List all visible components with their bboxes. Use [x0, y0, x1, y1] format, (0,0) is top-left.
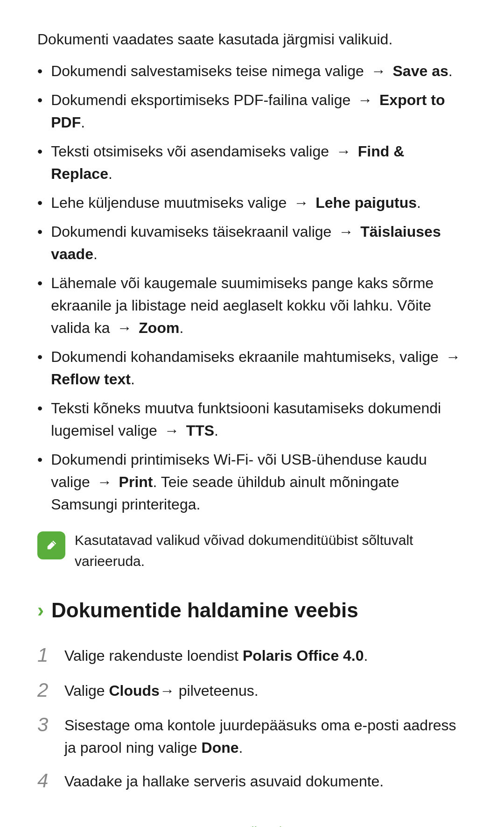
list-item: Teksti kõneks muutva funktsiooni kasutam…	[37, 397, 467, 442]
bullet-fullscreen-before: Dokumendi kuvamiseks täisekraanil valige	[51, 223, 331, 240]
bullet-tts-before: Teksti kõneks muutva funktsiooni kasutam…	[51, 400, 441, 439]
bullet-tts-content: Teksti kõneks muutva funktsiooni kasutam…	[51, 397, 467, 442]
list-item: Dokumendi printimiseks Wi-Fi- või USB-üh…	[37, 448, 467, 516]
bullet-print-bold: Print	[119, 474, 153, 490]
bullet-reflow-bold: Reflow text	[51, 371, 131, 388]
bullet-layout-before: Lehe küljenduse muutmiseks valige	[51, 194, 287, 211]
list-item: Dokumendi eksportimiseks PDF-failina val…	[37, 89, 467, 134]
bullet-tts-bold: TTS	[186, 422, 214, 439]
footer: Tööriistad 127	[37, 822, 467, 827]
bullet-zoom-content: Lähemale või kaugemale suumimiseks pange…	[51, 272, 467, 339]
bullet-layout-bold: Lehe paigutus	[315, 194, 417, 211]
step-1-after: .	[364, 647, 368, 664]
bullet-zoom-after: .	[179, 319, 183, 336]
bullet-export-after: .	[81, 114, 85, 131]
bullet-save-bold: Save as	[393, 63, 448, 79]
bullet-find-after: .	[108, 165, 112, 182]
step-1-content: Valige rakenduste loendist Polaris Offic…	[64, 643, 467, 667]
step-3-before: Sisestage oma kontole juurdepääsuks oma …	[64, 717, 456, 756]
list-item: Dokumendi kohandamiseks ekraanile mahtum…	[37, 346, 467, 390]
chevron-right-icon: ›	[37, 601, 44, 620]
bullet-find-content: Teksti otsimiseks või asendamiseks valig…	[51, 140, 467, 185]
pencil-icon	[43, 537, 60, 554]
bullet-reflow-after: .	[131, 371, 135, 388]
step-4-content: Vaadake ja hallake serveris asuvaid doku…	[64, 768, 467, 792]
step-1-before: Valige rakenduste loendist	[64, 647, 238, 664]
list-item: 2 Valige Clouds→ pilveteenus.	[37, 678, 467, 703]
bullet-save-content: Dokumendi salvestamiseks teise nimega va…	[51, 60, 467, 82]
list-item: Dokumendi kuvamiseks täisekraanil valige…	[37, 220, 467, 265]
bullet-layout-arrow: →	[294, 194, 308, 211]
step-2-after: → pilveteenus.	[160, 682, 259, 699]
bullet-export-content: Dokumendi eksportimiseks PDF-failina val…	[51, 89, 467, 134]
step-2-before: Valige	[64, 682, 105, 699]
step-3-bold: Done	[202, 739, 239, 756]
bullet-reflow-arrow: →	[446, 348, 461, 365]
list-item: 1 Valige rakenduste loendist Polaris Off…	[37, 643, 467, 668]
list-item: Lähemale või kaugemale suumimiseks pange…	[37, 272, 467, 339]
step-3-content: Sisestage oma kontole juurdepääsuks oma …	[64, 712, 467, 759]
bullet-fullscreen-content: Dokumendi kuvamiseks täisekraanil valige…	[51, 220, 467, 265]
list-item: Teksti otsimiseks või asendamiseks valig…	[37, 140, 467, 185]
note-text: Kasutatavad valikud võivad dokumenditüüb…	[75, 530, 467, 572]
bullet-reflow-before: Dokumendi kohandamiseks ekraanile mahtum…	[51, 348, 439, 365]
step-3-after: .	[239, 739, 243, 756]
list-item: Dokumendi salvestamiseks teise nimega va…	[37, 60, 467, 82]
bullet-layout-after: .	[417, 194, 421, 211]
bullet-save-arrow: →	[371, 63, 386, 79]
note-box: Kasutatavad valikud võivad dokumenditüüb…	[37, 530, 467, 572]
section-heading: › Dokumentide haldamine veebis	[37, 595, 467, 626]
section-title: Dokumentide haldamine veebis	[51, 595, 358, 626]
bullet-tts-arrow: →	[164, 422, 179, 439]
bullet-print-arrow: →	[97, 474, 112, 490]
bullet-save-before: Dokumendi salvestamiseks teise nimega va…	[51, 63, 364, 79]
bullet-fullscreen-arrow: →	[338, 223, 353, 240]
bullet-print-content: Dokumendi printimiseks Wi-Fi- või USB-üh…	[51, 448, 467, 516]
intro-text: Dokumenti vaadates saate kasutada järgmi…	[37, 28, 467, 50]
footer-category: Tööriistad	[37, 822, 467, 827]
bullet-zoom-bold: Zoom	[139, 319, 179, 336]
list-item: 3 Sisestage oma kontole juurdepääsuks om…	[37, 712, 467, 759]
bullet-reflow-content: Dokumendi kohandamiseks ekraanile mahtum…	[51, 346, 467, 390]
step-2-content: Valige Clouds→ pilveteenus.	[64, 678, 467, 702]
bullet-tts-after: .	[214, 422, 218, 439]
numbered-list: 1 Valige rakenduste loendist Polaris Off…	[37, 643, 467, 794]
step-2-bold: Clouds	[109, 682, 159, 699]
step-number-1: 1	[37, 643, 56, 668]
bullet-export-arrow: →	[357, 92, 372, 108]
bullet-find-before: Teksti otsimiseks või asendamiseks valig…	[51, 143, 329, 160]
bullet-find-arrow: →	[336, 143, 351, 160]
step-4-before: Vaadake ja hallake serveris asuvaid doku…	[64, 773, 384, 790]
bullet-layout-content: Lehe küljenduse muutmiseks valige → Lehe…	[51, 191, 467, 214]
bullet-export-before: Dokumendi eksportimiseks PDF-failina val…	[51, 92, 350, 108]
step-number-3: 3	[37, 712, 56, 738]
bullet-zoom-arrow: →	[117, 319, 132, 336]
bullet-fullscreen-after: .	[93, 246, 98, 262]
bullet-list: Dokumendi salvestamiseks teise nimega va…	[37, 60, 467, 516]
bullet-save-after: .	[448, 63, 453, 79]
step-number-4: 4	[37, 768, 56, 794]
list-item: Lehe küljenduse muutmiseks valige → Lehe…	[37, 191, 467, 214]
list-item: 4 Vaadake ja hallake serveris asuvaid do…	[37, 768, 467, 794]
step-1-bold: Polaris Office 4.0	[243, 647, 364, 664]
note-icon	[37, 531, 65, 559]
bullet-zoom-before: Lähemale või kaugemale suumimiseks pange…	[51, 275, 434, 336]
step-number-2: 2	[37, 678, 56, 703]
